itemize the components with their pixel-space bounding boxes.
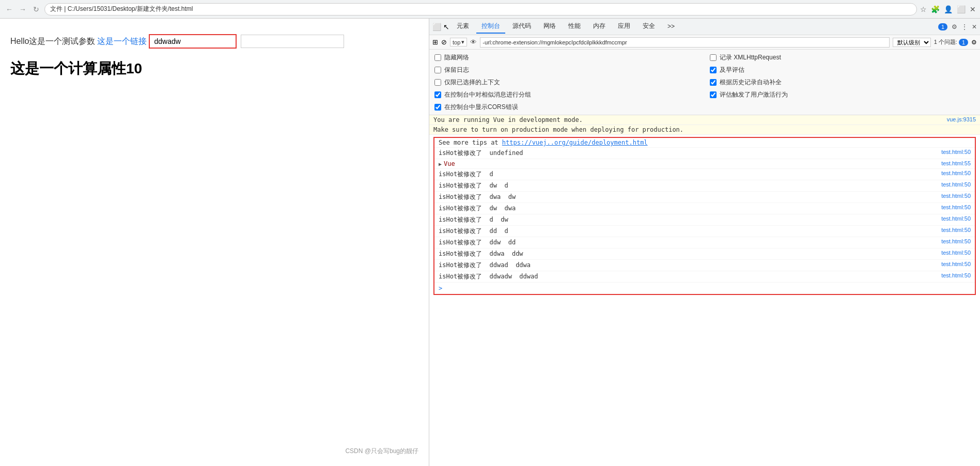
issue-count: 1 [959, 39, 968, 46]
vue-warning-line1: You are running Vue in development mode.… [429, 115, 980, 125]
devtools-panel: ⬜ ↖ 元素 控制台 源代码 网络 性能 内存 应用 安全 >> 1 ⚙ ⋮ ✕… [429, 19, 980, 466]
vue-warning-link1[interactable]: vue.js:9315 [947, 116, 976, 122]
console-line-6: isHot被修改了 dd d test.html:50 [434, 226, 975, 237]
checkbox-cors[interactable] [434, 104, 441, 111]
checkbox-group-similar[interactable] [434, 91, 441, 98]
devtools-topbar: ⬜ ↖ 元素 控制台 源代码 网络 性能 内存 应用 安全 >> 1 ⚙ ⋮ ✕ [429, 19, 980, 35]
see-more-text: See more tips at https://vuej..org/guide… [439, 139, 648, 146]
console-text-3: isHot被修改了 dwa dw [439, 193, 516, 201]
vue-warning-text2: Make sure to turn on production mode whe… [433, 126, 971, 133]
tab-memory[interactable]: 内存 [588, 20, 611, 34]
devtools-right-icons: 1 ⚙ ⋮ ✕ [938, 23, 977, 30]
console-line-1: isHot被修改了 d test.html:50 [434, 169, 975, 180]
checkbox-preserve-log[interactable] [434, 67, 441, 73]
restore-icon[interactable]: ⬜ [957, 5, 966, 13]
console-link-0[interactable]: test.html:50 [941, 149, 971, 158]
console-text-vue: ▶ Vue [439, 160, 455, 167]
level-select[interactable]: 默认级别 [893, 38, 931, 47]
label-group-similar: 在控制台中对相似消息进行分组 [444, 90, 531, 99]
tips-link[interactable]: https://vuej..org/guide/deployment.html [502, 139, 648, 146]
tab-more[interactable]: >> [662, 21, 680, 33]
console-area[interactable]: You are running Vue in development mode.… [429, 115, 980, 466]
console-line-9: isHot被修改了 ddwad ddwa test.html:50 [434, 260, 975, 271]
tab-network[interactable]: 网络 [538, 20, 561, 34]
tab-security[interactable]: 安全 [637, 20, 660, 34]
tab-elements[interactable]: 元素 [452, 20, 474, 34]
console-line-vue: ▶ Vue test.html:55 [434, 159, 975, 169]
setting-hide-network: 隐藏网络 [434, 52, 699, 63]
settings-icon[interactable]: ⚙ [952, 23, 957, 30]
console-link-6[interactable]: test.html:50 [941, 227, 971, 236]
devtools-icon-select[interactable]: ⬜ [432, 23, 441, 31]
devtools-cursor-icon[interactable]: ↖ [443, 23, 449, 31]
console-link-vue[interactable]: test.html:55 [941, 160, 971, 167]
back-button[interactable]: ← [4, 4, 14, 14]
console-link-10[interactable]: test.html:50 [941, 272, 971, 281]
label-autocomplete: 根据历史记录自动补全 [720, 78, 782, 87]
console-prompt[interactable]: > [434, 283, 975, 294]
console-line-8: isHot被修改了 ddwa ddw test.html:50 [434, 248, 975, 260]
block-icon[interactable]: ⊘ [441, 38, 447, 46]
console-text-8: isHot被修改了 ddwa ddw [439, 250, 523, 258]
checkbox-hide-network[interactable] [434, 54, 441, 61]
setting-selected-context: 仅限已选择的上下文 [434, 76, 699, 88]
console-link-2[interactable]: test.html:50 [941, 181, 971, 190]
profile-icon[interactable]: 👤 [944, 5, 953, 13]
page-heading: 这是一个计算属性10 [10, 59, 418, 79]
tab-application[interactable]: 应用 [613, 20, 635, 34]
console-link-7[interactable]: test.html:50 [941, 238, 971, 247]
console-text-2: isHot被修改了 dw d [439, 181, 508, 190]
console-text-10: isHot被修改了 ddwadw ddwad [439, 272, 538, 281]
checkbox-autocomplete[interactable] [710, 79, 717, 86]
label-user-activation: 评估触发了用户激活行为 [720, 90, 788, 99]
console-link-1[interactable]: test.html:50 [941, 170, 971, 179]
console-link-4[interactable]: test.html:50 [941, 204, 971, 213]
close-icon[interactable]: ✕ [970, 5, 976, 13]
refresh-button[interactable]: ↻ [31, 4, 41, 14]
main-input[interactable] [149, 34, 237, 49]
console-link-3[interactable]: test.html:50 [941, 193, 971, 201]
filter-input[interactable] [480, 37, 889, 48]
forward-button[interactable]: → [18, 4, 28, 14]
issue-label: 1 个问题: [934, 38, 957, 46]
context-select[interactable]: top ▾ [450, 38, 467, 46]
issue-settings-icon[interactable]: ⚙ [971, 39, 977, 46]
console-line-0: isHot被修改了 undefined test.html:50 [434, 148, 975, 159]
tab-performance[interactable]: 性能 [563, 20, 586, 34]
sidebar-icon[interactable]: ⊞ [432, 38, 438, 46]
see-more-line: See more tips at https://vuej..org/guide… [434, 138, 975, 148]
context-chevron: ▾ [461, 39, 464, 45]
label-selected-context: 仅限已选择的上下文 [444, 78, 500, 87]
intro-text: Hello这是一个测试参数 [10, 36, 95, 47]
devtools-secondbar: ⊞ ⊘ top ▾ 👁 默认级别 1 个问题: 1 ⚙ [429, 35, 980, 50]
label-hide-network: 隐藏网络 [444, 53, 469, 62]
console-link-5[interactable]: test.html:50 [941, 215, 971, 224]
checkbox-selected-context[interactable] [434, 79, 441, 86]
tab-console[interactable]: 控制台 [476, 20, 505, 34]
secondary-input[interactable] [241, 35, 344, 48]
console-link-9[interactable]: test.html:50 [941, 261, 971, 270]
browser-bar: ← → ↻ 文件 | C:/Users/15031/Desktop/新建文件夹/… [0, 0, 980, 19]
close-devtools-icon[interactable]: ✕ [972, 23, 977, 30]
checkbox-eager-eval[interactable] [710, 67, 717, 73]
bookmark-icon[interactable]: ☆ [920, 5, 927, 13]
more-icon[interactable]: ⋮ [961, 23, 968, 30]
tab-source[interactable]: 源代码 [507, 20, 536, 34]
label-preserve-log: 保留日志 [444, 66, 469, 74]
checkbox-xmlhttp[interactable] [710, 54, 717, 61]
extension-icon[interactable]: 🧩 [931, 5, 940, 13]
label-xmlhttp: 记录 XMLHttpRequest [720, 53, 781, 62]
eye-icon[interactable]: 👁 [470, 38, 477, 46]
address-bar[interactable]: 文件 | C:/Users/15031/Desktop/新建文件夹/test.h… [44, 3, 917, 15]
console-link-8[interactable]: test.html:50 [941, 250, 971, 258]
issue-badge: 1 个问题: 1 [934, 38, 968, 46]
checkbox-user-activation[interactable] [710, 91, 717, 98]
vue-label: Vue [444, 160, 455, 167]
console-text-9: isHot被修改了 ddwad ddwa [439, 261, 531, 270]
console-text-5: isHot被修改了 d dw [439, 215, 508, 224]
console-text-0: isHot被修改了 undefined [439, 149, 523, 158]
console-line-2: isHot被修改了 dw d test.html:50 [434, 180, 975, 192]
console-line-5: isHot被修改了 d dw test.html:50 [434, 214, 975, 226]
page-link[interactable]: 这是一个链接 [97, 36, 147, 47]
page-footer: CSDN @只会写bug的靓仔 [345, 447, 418, 456]
